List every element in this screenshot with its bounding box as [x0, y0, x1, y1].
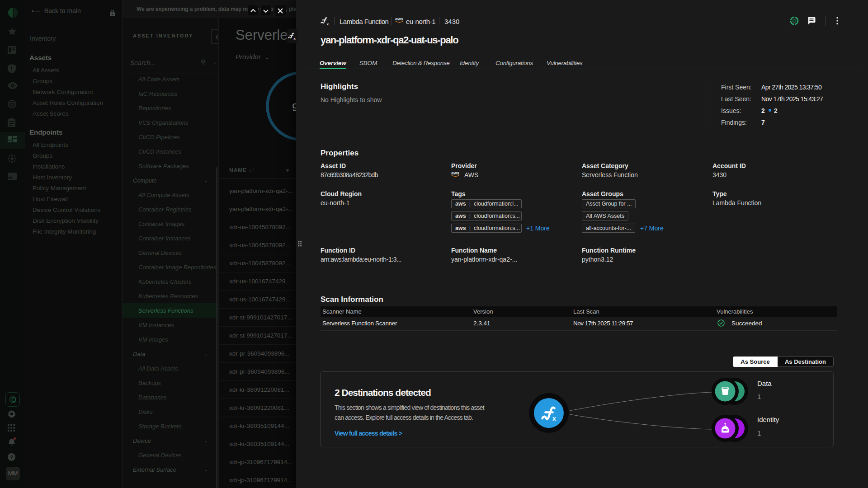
svg-text:?: ? — [10, 455, 13, 460]
svg-text:x: x — [552, 415, 556, 422]
svg-text:x: x — [293, 37, 296, 41]
svg-text:x: x — [327, 22, 329, 26]
